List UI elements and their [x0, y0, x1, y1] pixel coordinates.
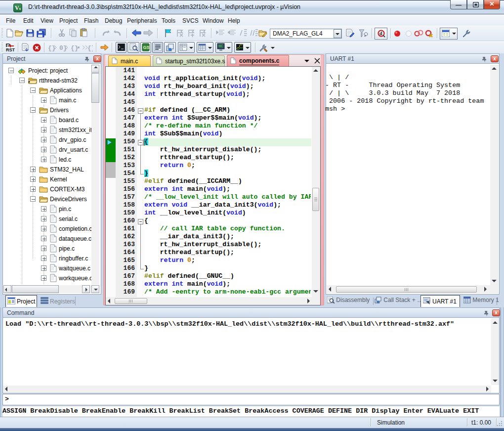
svg-text:d: d	[379, 31, 382, 36]
svg-text:GS: GS	[143, 45, 150, 50]
svg-text:*: *	[28, 80, 30, 84]
svg-text:{}: {}	[71, 44, 79, 52]
svg-text:{}: {}	[87, 44, 93, 52]
